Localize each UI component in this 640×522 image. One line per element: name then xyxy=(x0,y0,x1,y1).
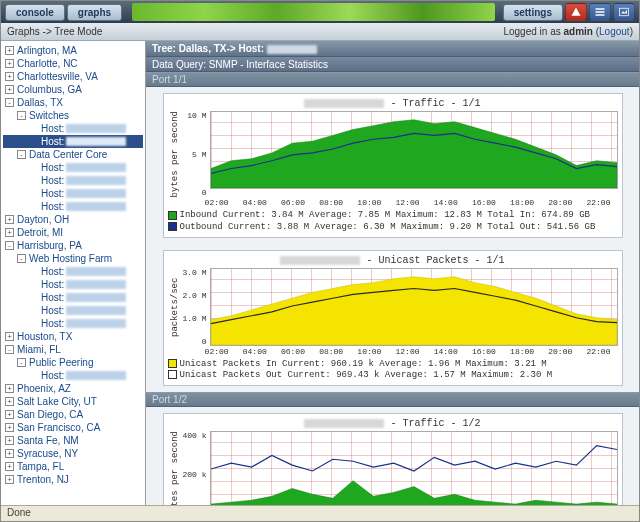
redacted-host xyxy=(304,419,384,428)
redacted-host xyxy=(66,371,126,380)
logout-link[interactable]: Logout xyxy=(599,26,630,37)
breadcrumb: Graphs -> Tree Mode xyxy=(7,26,102,37)
tree-node[interactable]: Host: xyxy=(3,161,143,174)
login-prefix: Logged in as xyxy=(503,26,563,37)
image-view-icon[interactable] xyxy=(613,3,635,21)
tree-node[interactable]: -Dallas, TX xyxy=(3,96,143,109)
tree-node[interactable]: Host: xyxy=(3,304,143,317)
tree-expand-icon[interactable]: + xyxy=(5,332,14,341)
tree-expand-icon[interactable]: + xyxy=(5,228,14,237)
section-port-1-1: Port 1/1 xyxy=(146,72,639,87)
tree-node[interactable]: +Santa Fe, NM xyxy=(3,434,143,447)
tree-expand-icon[interactable]: - xyxy=(5,241,14,250)
tree-expand-icon[interactable]: - xyxy=(5,98,14,107)
tree-node[interactable]: +Trenton, NJ xyxy=(3,473,143,486)
tree-expand-icon[interactable]: + xyxy=(5,449,14,458)
data-query-header: Data Query: SNMP - Interface Statistics xyxy=(146,57,639,72)
graph-unicast-1-1: - Unicast Packets - 1/1 packets/sec 3.0 … xyxy=(163,250,623,387)
tree-expand-icon[interactable]: - xyxy=(17,150,26,159)
redacted-host xyxy=(66,319,126,328)
tree-node[interactable]: Host: xyxy=(3,291,143,304)
plot-area xyxy=(210,111,618,189)
plot-area xyxy=(210,268,618,346)
redacted-host xyxy=(304,99,384,108)
graph-traffic-1-2: - Traffic - 1/2 bytes per second 400 k20… xyxy=(163,413,623,507)
tree-node[interactable]: +Houston, TX xyxy=(3,330,143,343)
legend-swatch-in xyxy=(168,359,177,368)
tree-expand-icon[interactable]: + xyxy=(5,410,14,419)
tree-expand-icon[interactable]: - xyxy=(17,111,26,120)
status-bar: Done xyxy=(1,505,639,521)
tree-expand-icon[interactable]: + xyxy=(5,397,14,406)
tree-node[interactable]: +Columbus, GA xyxy=(3,83,143,96)
tree-sidebar: +Arlington, MA+Charlotte, NC+Charlottesv… xyxy=(1,41,146,507)
graph-traffic-1-1: - Traffic - 1/1 bytes per second 10 M5 M… xyxy=(163,93,623,238)
alerts-icon[interactable] xyxy=(565,3,587,21)
tree-expand-icon[interactable]: + xyxy=(5,72,14,81)
tree-node[interactable]: -Data Center Core xyxy=(3,148,143,161)
tree-node[interactable]: +Dayton, OH xyxy=(3,213,143,226)
tree-expand-icon[interactable]: + xyxy=(5,475,14,484)
tree-node[interactable]: -Harrisburg, PA xyxy=(3,239,143,252)
tree-node[interactable]: Host: xyxy=(3,122,143,135)
tree-node[interactable]: +Detroit, MI xyxy=(3,226,143,239)
tree-node[interactable]: Host: xyxy=(3,369,143,382)
redacted-host xyxy=(66,124,126,133)
settings-tab[interactable]: settings xyxy=(503,4,563,21)
redacted-host xyxy=(66,163,126,172)
tree-node[interactable]: +Syracuse, NY xyxy=(3,447,143,460)
tree-node[interactable]: +Phoenix, AZ xyxy=(3,382,143,395)
tree-node[interactable]: Host: xyxy=(3,278,143,291)
tree-node[interactable]: Host: xyxy=(3,200,143,213)
redacted-host xyxy=(66,202,126,211)
tree-expand-icon[interactable]: + xyxy=(5,384,14,393)
tree-expand-icon[interactable]: + xyxy=(5,85,14,94)
redacted-host xyxy=(66,267,126,276)
redacted-host xyxy=(66,280,126,289)
tree-node[interactable]: +Tampa, FL xyxy=(3,460,143,473)
main-panel: Tree: Dallas, TX-> Host: Data Query: SNM… xyxy=(146,41,639,507)
redacted-host xyxy=(66,137,126,146)
legend-swatch-out xyxy=(168,370,177,379)
tree-expand-icon[interactable]: + xyxy=(5,46,14,55)
legend-swatch-inbound xyxy=(168,211,177,220)
tree-expand-icon[interactable]: + xyxy=(5,59,14,68)
tree-node[interactable]: Host: xyxy=(3,174,143,187)
brand-stripe xyxy=(132,3,495,21)
tree-node[interactable]: -Miami, FL xyxy=(3,343,143,356)
tree-expand-icon[interactable]: + xyxy=(5,436,14,445)
tree-expand-icon[interactable]: - xyxy=(5,345,14,354)
plot-area xyxy=(210,431,618,507)
section-port-1-2: Port 1/2 xyxy=(146,392,639,407)
tree-node[interactable]: Host: xyxy=(3,317,143,330)
tree-node[interactable]: Host: xyxy=(3,265,143,278)
legend-swatch-outbound xyxy=(168,222,177,231)
tree-node[interactable]: -Switches xyxy=(3,109,143,122)
tree-expand-icon[interactable]: + xyxy=(5,423,14,432)
tree-node[interactable]: +Arlington, MA xyxy=(3,44,143,57)
tree-header: Tree: Dallas, TX-> Host: xyxy=(146,41,639,57)
tree-expand-icon[interactable]: - xyxy=(17,358,26,367)
tree-node[interactable]: Host: xyxy=(3,187,143,200)
tree-node[interactable]: +Charlotte, NC xyxy=(3,57,143,70)
redacted-host xyxy=(66,189,126,198)
tree-node[interactable]: +San Francisco, CA xyxy=(3,421,143,434)
tree-node[interactable]: +Salt Lake City, UT xyxy=(3,395,143,408)
breadcrumb-bar: Graphs -> Tree Mode Logged in as admin (… xyxy=(1,23,639,41)
tree-node[interactable]: +Charlottesville, VA xyxy=(3,70,143,83)
login-user: admin xyxy=(564,26,593,37)
redacted-host xyxy=(280,256,360,265)
tree-expand-icon[interactable]: + xyxy=(5,462,14,471)
redacted-host xyxy=(66,176,126,185)
tree-expand-icon[interactable]: + xyxy=(5,215,14,224)
tree-node[interactable]: -Web Hosting Farm xyxy=(3,252,143,265)
redacted-host xyxy=(267,45,317,54)
tree-node[interactable]: -Public Peering xyxy=(3,356,143,369)
tree-node[interactable]: Host: xyxy=(3,135,143,148)
top-toolbar: console graphs settings xyxy=(1,1,639,23)
console-tab[interactable]: console xyxy=(5,4,65,21)
list-view-icon[interactable] xyxy=(589,3,611,21)
tree-expand-icon[interactable]: - xyxy=(17,254,26,263)
tree-node[interactable]: +San Diego, CA xyxy=(3,408,143,421)
graphs-tab[interactable]: graphs xyxy=(67,4,122,21)
